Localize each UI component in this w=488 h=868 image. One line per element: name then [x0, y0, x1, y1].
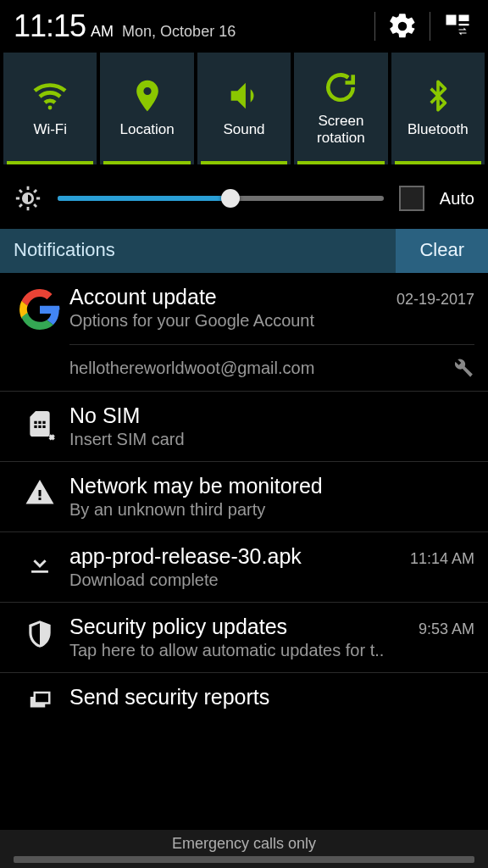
- download-icon: [10, 544, 69, 576]
- clock-ampm: AM: [91, 23, 114, 41]
- notification-subtitle: Tap here to allow automatic updates for …: [69, 641, 474, 660]
- notification-title: Account update: [69, 285, 388, 309]
- toggle-rotation[interactable]: Screen rotation: [294, 53, 387, 164]
- warning-icon: [10, 474, 69, 508]
- notification-detail: hellothereworldwoot@gmail.com: [69, 359, 452, 378]
- notification-no-sim[interactable]: No SIM Insert SIM card: [0, 392, 488, 462]
- toggle-bluetooth[interactable]: Bluetooth: [391, 53, 485, 164]
- notification-time: 11:14 AM: [410, 550, 474, 568]
- notification-network-monitored[interactable]: Network may be monitored By an unknown t…: [0, 462, 488, 532]
- notification-subtitle: Download complete: [69, 570, 474, 590]
- clear-button[interactable]: Clear: [396, 229, 488, 273]
- slider-fill: [58, 196, 230, 201]
- toggle-label: Wi-Fi: [33, 121, 67, 138]
- auto-label: Auto: [440, 189, 474, 209]
- toggle-location[interactable]: Location: [100, 53, 193, 164]
- wrench-icon[interactable]: [452, 357, 474, 379]
- notification-title: Send security reports: [69, 685, 474, 709]
- notification-subtitle: Options for your Google Account: [69, 311, 474, 331]
- wifi-icon: [30, 72, 70, 120]
- location-icon: [129, 72, 166, 120]
- svg-rect-6: [35, 693, 50, 704]
- grid-toggle-icon[interactable]: [442, 11, 473, 42]
- quick-toggles: Wi-Fi Location Sound Screen rotation Blu…: [0, 49, 488, 168]
- google-icon: [10, 285, 69, 331]
- notifications-title: Notifications: [0, 229, 396, 273]
- notification-header: Notifications Clear: [0, 229, 488, 273]
- settings-icon[interactable]: [387, 11, 418, 42]
- svg-point-3: [48, 106, 53, 110]
- divider: [374, 12, 375, 41]
- clock-date: Mon, October 16: [122, 23, 236, 41]
- svg-rect-2: [459, 24, 469, 25]
- status-bar: 11:15 AM Mon, October 16: [0, 0, 488, 49]
- toggle-label: Bluetooth: [408, 121, 469, 138]
- drag-handle[interactable]: [14, 856, 474, 863]
- svg-rect-1: [459, 15, 469, 22]
- emergency-text: Emergency calls only: [0, 835, 488, 853]
- svg-rect-0: [446, 15, 457, 25]
- auto-brightness-checkbox[interactable]: [399, 186, 424, 211]
- notification-title: Network may be monitored: [69, 474, 474, 498]
- toggle-wifi[interactable]: Wi-Fi: [3, 53, 97, 164]
- sound-icon: [225, 72, 263, 120]
- divider: [430, 12, 430, 41]
- sim-icon: [10, 403, 69, 441]
- toggle-sound[interactable]: Sound: [197, 53, 291, 164]
- notification-security-policy[interactable]: Security policy updates 9:53 AM Tap here…: [0, 603, 488, 673]
- notification-download[interactable]: app-prod-release-30.apk 11:14 AM Downloa…: [0, 532, 488, 603]
- toggle-label: Location: [119, 121, 174, 138]
- notification-list: Account update 02-19-2017 Options for yo…: [0, 273, 488, 719]
- notification-title: No SIM: [69, 403, 474, 428]
- brightness-slider[interactable]: [58, 196, 384, 201]
- notification-subtitle: Insert SIM card: [69, 430, 474, 449]
- slider-thumb[interactable]: [221, 189, 240, 208]
- rotation-icon: [322, 64, 359, 111]
- toggle-label: Screen rotation: [317, 113, 365, 146]
- notification-time: 02-19-2017: [396, 291, 474, 309]
- bluetooth-icon: [421, 72, 455, 120]
- reports-icon: [10, 685, 69, 714]
- notification-security-reports[interactable]: Send security reports: [0, 673, 488, 719]
- brightness-icon: [14, 184, 42, 213]
- shield-icon: [10, 615, 69, 650]
- toggle-label: Sound: [223, 121, 264, 138]
- footer: Emergency calls only: [0, 830, 488, 868]
- notification-title: app-prod-release-30.apk: [69, 544, 402, 569]
- brightness-row: Auto: [0, 168, 488, 229]
- notification-subtitle: By an unknown third party: [69, 500, 474, 520]
- notification-account-update[interactable]: Account update 02-19-2017 Options for yo…: [0, 273, 488, 392]
- clock-time: 11:15: [14, 8, 86, 44]
- notification-title: Security policy updates: [69, 615, 410, 639]
- notification-time: 9:53 AM: [419, 620, 474, 638]
